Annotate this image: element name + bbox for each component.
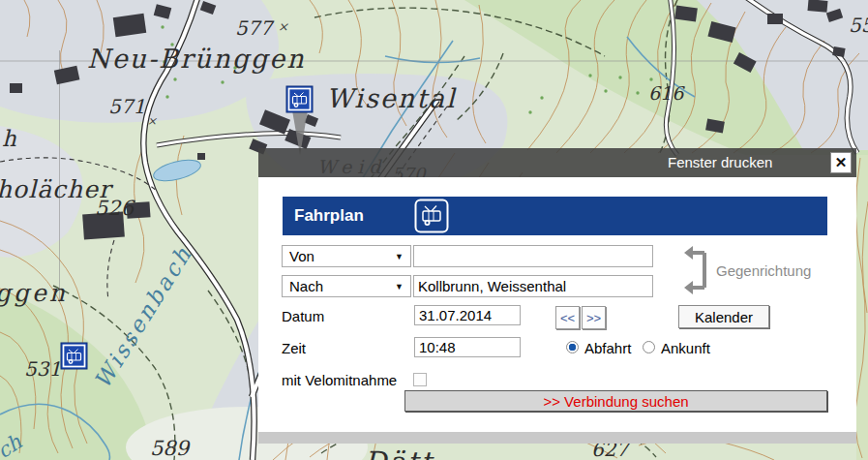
form-header: Fahrplan bbox=[283, 197, 827, 235]
calendar-button[interactable]: Kalender bbox=[678, 305, 769, 328]
from-select-value: Von bbox=[289, 248, 314, 264]
date-next-button[interactable]: >> bbox=[582, 306, 606, 329]
from-input[interactable] bbox=[413, 245, 653, 267]
to-input[interactable] bbox=[413, 275, 653, 297]
elevation-label-577: 577 bbox=[235, 16, 274, 40]
bike-checkbox[interactable] bbox=[413, 373, 427, 386]
reverse-direction-label: Gegenrichtung bbox=[716, 262, 811, 279]
time-label: Zeit bbox=[282, 340, 306, 356]
from-select[interactable]: Von ▼ bbox=[282, 245, 411, 267]
date-prev-label: << bbox=[560, 311, 575, 325]
dialog-title[interactable]: Fenster drucken bbox=[668, 154, 772, 170]
place-label-partial-h: h bbox=[2, 126, 16, 151]
time-input[interactable] bbox=[414, 337, 521, 357]
elevation-label-571: 571 bbox=[108, 95, 145, 118]
reverse-direction-icon[interactable] bbox=[677, 243, 712, 297]
close-icon: ✕ bbox=[835, 154, 848, 171]
date-next-label: >> bbox=[586, 311, 601, 325]
place-label-partial-daett: Dätt bbox=[364, 445, 434, 460]
close-button[interactable]: ✕ bbox=[830, 152, 852, 173]
arrival-radio-label[interactable]: Ankunft bbox=[661, 340, 710, 356]
bike-label: mit Velomitnahme bbox=[282, 372, 397, 388]
departure-radio-label[interactable]: Abfahrt bbox=[584, 340, 631, 356]
elevation-label-616: 616 bbox=[648, 82, 685, 104]
place-label-wisental: Wisental bbox=[326, 83, 457, 113]
dropdown-arrow-icon: ▼ bbox=[395, 282, 404, 291]
search-connection-label: >> Verbindung suchen bbox=[543, 393, 688, 410]
form-title: Fahrplan bbox=[294, 197, 364, 235]
elevation-label-589: 589 bbox=[150, 437, 191, 460]
to-select[interactable]: Nach ▼ bbox=[282, 275, 411, 297]
date-prev-button[interactable]: << bbox=[555, 306, 580, 329]
arrival-radio[interactable] bbox=[643, 341, 655, 353]
calendar-button-label: Kalender bbox=[695, 309, 753, 325]
elevation-label-531: 531 bbox=[24, 357, 61, 381]
date-label: Datum bbox=[282, 308, 324, 324]
elevation-cross-mark: × bbox=[147, 114, 158, 128]
search-connection-button[interactable]: >> Verbindung suchen bbox=[404, 390, 827, 412]
to-select-value: Nach bbox=[289, 278, 323, 294]
bus-stop-icon[interactable] bbox=[286, 86, 313, 112]
bus-icon bbox=[414, 199, 449, 233]
dialog-titlebar: Fenster drucken ✕ bbox=[258, 148, 856, 177]
dialog-bottom-strip bbox=[258, 432, 856, 444]
screen: Neu-Brünggen Wisental Weid holächer h gg… bbox=[0, 0, 868, 460]
elevation-cross-mark: × bbox=[278, 19, 288, 34]
place-label-partial-ggen: ggen bbox=[0, 279, 68, 307]
date-input[interactable] bbox=[414, 305, 521, 325]
bus-stop-icon[interactable] bbox=[61, 343, 87, 369]
dropdown-arrow-icon: ▼ bbox=[395, 252, 404, 261]
departure-radio[interactable] bbox=[566, 341, 579, 353]
elevation-label-55-partial: 55 bbox=[849, 14, 868, 37]
elevation-label-526: 526 bbox=[95, 197, 135, 220]
place-label-neu-bruenggen: Neu-Brünggen bbox=[87, 44, 306, 74]
